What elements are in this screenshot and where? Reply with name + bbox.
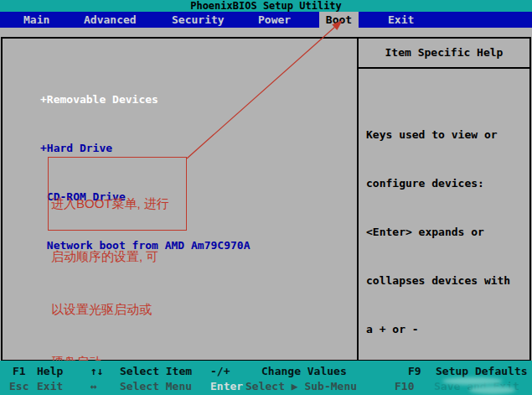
help-panel-text: Keys used to view or configure devices: … — [366, 94, 527, 395]
legend-key-f10: F10 — [395, 380, 414, 393]
help-line: <Enter> expands or — [366, 224, 527, 240]
legend-key-esc: Esc — [9, 380, 28, 393]
legend-key-f9: F9 — [408, 365, 421, 378]
tab-boot[interactable]: Boot — [319, 12, 359, 28]
title-bar: PhoenixBIOS Setup Utility — [0, 0, 532, 12]
legend-label-select-item: Select Item — [120, 365, 192, 378]
legend-label-exit: Exit — [37, 380, 63, 393]
tab-power[interactable]: Power — [258, 12, 291, 28]
smudge-blob — [442, 377, 503, 385]
bios-setup-screen: PhoenixBIOS Setup Utility Main Advanced … — [0, 0, 532, 395]
key-legend-bar: F1 Help ↑↓ Select Item -/+ Change Values… — [0, 361, 532, 395]
smudge-blob — [469, 386, 515, 394]
panel-divider — [357, 39, 359, 360]
legend-label-select-submenu: Select ▶ Sub-Menu — [245, 380, 357, 393]
annotation-note-box: 进入BOOT菜单, 进行 启动顺序的设置, 可 以设置光驱启动或 硬盘启动. — [48, 157, 187, 231]
legend-key-enter: Enter — [210, 380, 243, 393]
tab-exit[interactable]: Exit — [388, 12, 414, 28]
annotation-line: 以设置光驱启动或 — [51, 300, 186, 318]
legend-key-f1: F1 — [13, 365, 26, 378]
help-panel-title: Item Specific Help — [359, 39, 529, 69]
tab-advanced[interactable]: Advanced — [84, 12, 137, 28]
annotation-line: 进入BOOT菜单, 进行 — [51, 195, 186, 212]
legend-label-select-menu: Select Menu — [120, 380, 192, 393]
legend-key-leftright-icon: ↔ — [90, 380, 97, 393]
tab-security[interactable]: Security — [172, 12, 225, 28]
legend-label-setup-defaults: Setup Defaults — [436, 365, 528, 378]
help-line: Keys used to view or — [366, 127, 527, 143]
legend-label-help: Help — [37, 365, 63, 378]
boot-item-removable-devices[interactable]: +Removable Devices — [40, 91, 250, 107]
boot-item-hard-drive[interactable]: +Hard Drive — [40, 140, 250, 156]
help-line: configure devices: — [366, 175, 527, 191]
legend-label-change-values: Change Values — [261, 365, 347, 378]
app-title: PhoenixBIOS Setup Utility — [190, 0, 342, 12]
tab-main[interactable]: Main — [23, 12, 49, 28]
annotation-line: 启动顺序的设置, 可 — [51, 247, 186, 265]
legend-key-updown-icon: ↑↓ — [90, 365, 104, 378]
menu-bar: Main Advanced Security Power Boot Exit — [0, 12, 532, 28]
legend-key-minus-plus: -/+ — [210, 365, 230, 378]
help-line: collapses devices with — [366, 273, 527, 288]
help-title-text: Item Specific Help — [385, 46, 504, 59]
help-line: a + or - — [366, 321, 527, 337]
